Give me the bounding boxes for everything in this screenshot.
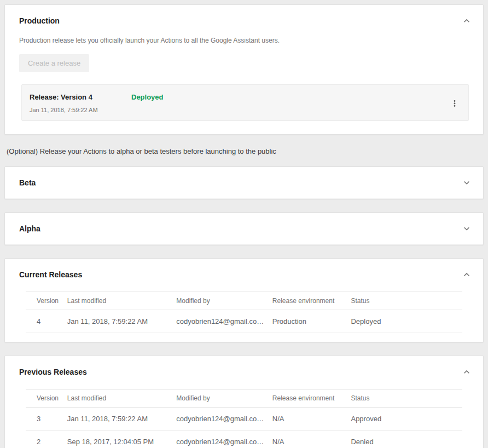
- cell-status: Approved: [351, 408, 462, 430]
- column-header-last-modified: Last modified: [67, 389, 177, 408]
- release-date: Jan 11, 2018, 7:59:22 AM: [30, 107, 131, 113]
- cell-modified-by: codyobrien124@gmail.co…: [176, 310, 272, 333]
- table-row: 4 Jan 11, 2018, 7:59:22 AM codyobrien124…: [26, 310, 462, 333]
- previous-releases-table-wrap: Version Last modified Modified by Releas…: [5, 388, 483, 448]
- current-releases-card: Current Releases Version Last modified M…: [4, 258, 484, 342]
- spacer: [4, 342, 484, 356]
- column-header-version: Version: [26, 292, 67, 310]
- release-more-menu-button[interactable]: [448, 96, 462, 110]
- beta-card-header[interactable]: Beta: [5, 167, 483, 199]
- production-title: Production: [19, 16, 60, 25]
- production-body: Production release lets you officially l…: [5, 37, 483, 134]
- cell-version: 3: [26, 408, 67, 430]
- release-title: Release: Version 4: [30, 93, 131, 101]
- cell-release-environment: N/A: [272, 430, 351, 448]
- table-header-row: Version Last modified Modified by Releas…: [26, 389, 462, 408]
- current-releases-header[interactable]: Current Releases: [5, 259, 483, 290]
- alpha-card-header[interactable]: Alpha: [5, 213, 483, 245]
- beta-card: Beta: [4, 166, 484, 199]
- cell-last-modified: Jan 11, 2018, 7:59:22 AM: [67, 310, 177, 333]
- cell-release-environment: N/A: [272, 408, 351, 430]
- current-releases-title: Current Releases: [19, 270, 82, 279]
- cell-status: Denied: [351, 430, 462, 448]
- table-row: 3 Jan 11, 2018, 7:59:22 AM codyobrien124…: [26, 408, 462, 430]
- current-releases-table-wrap: Version Last modified Modified by Releas…: [5, 290, 483, 342]
- chevron-down-icon: [461, 182, 472, 190]
- chevron-down-icon: [461, 228, 472, 236]
- column-header-status: Status: [351, 292, 462, 310]
- release-info: Release: Version 4 Jan 11, 2018, 7:59:22…: [30, 93, 131, 113]
- releases-page: Production Production release lets you o…: [0, 0, 488, 448]
- previous-releases-table: Version Last modified Modified by Releas…: [26, 389, 462, 448]
- collapse-previous-releases-button[interactable]: [460, 365, 473, 379]
- column-header-last-modified: Last modified: [67, 292, 177, 310]
- spacer: [4, 245, 484, 258]
- column-header-modified-by: Modified by: [176, 292, 272, 310]
- current-releases-table: Version Last modified Modified by Releas…: [26, 292, 462, 333]
- table-header-row: Version Last modified Modified by Releas…: [26, 292, 462, 310]
- column-header-modified-by: Modified by: [176, 389, 272, 408]
- optional-note: (Optional) Release your Actions to alpha…: [4, 135, 484, 166]
- alpha-title: Alpha: [19, 224, 40, 233]
- create-release-button[interactable]: Create a release: [19, 54, 89, 72]
- expand-alpha-button[interactable]: [460, 222, 473, 235]
- chevron-up-icon: [461, 20, 472, 28]
- production-card: Production Production release lets you o…: [4, 4, 484, 135]
- previous-releases-header[interactable]: Previous Releases: [5, 356, 483, 388]
- previous-releases-card: Previous Releases Version Last modified …: [4, 356, 484, 448]
- cell-modified-by: codyobrien124@gmail.co…: [176, 430, 272, 448]
- column-header-version: Version: [26, 389, 67, 408]
- production-card-header[interactable]: Production: [5, 5, 483, 37]
- collapse-current-releases-button[interactable]: [460, 268, 473, 281]
- cell-modified-by: codyobrien124@gmail.co…: [176, 408, 272, 430]
- cell-version: 4: [26, 310, 67, 333]
- column-header-release-environment: Release environment: [272, 292, 351, 310]
- expand-beta-button[interactable]: [460, 176, 473, 189]
- column-header-release-environment: Release environment: [272, 389, 351, 408]
- cell-last-modified: Jan 11, 2018, 7:59:22 AM: [67, 408, 177, 430]
- production-release-row: Release: Version 4 Jan 11, 2018, 7:59:22…: [21, 84, 469, 121]
- chevron-up-icon: [461, 274, 472, 282]
- table-row: 2 Sep 18, 2017, 12:04:05 PM codyobrien12…: [26, 430, 462, 448]
- spacer: [4, 199, 484, 212]
- cell-last-modified: Sep 18, 2017, 12:04:05 PM: [67, 430, 177, 448]
- cell-status: Deployed: [351, 310, 462, 333]
- column-header-status: Status: [351, 389, 462, 408]
- more-vert-icon: [450, 102, 460, 110]
- chevron-up-icon: [461, 371, 472, 379]
- alpha-card: Alpha: [4, 212, 484, 245]
- beta-title: Beta: [19, 178, 36, 187]
- production-description: Production release lets you officially l…: [19, 37, 469, 44]
- release-status-badge: Deployed: [131, 93, 164, 101]
- collapse-production-button[interactable]: [460, 14, 473, 27]
- previous-releases-title: Previous Releases: [19, 368, 87, 376]
- cell-version: 2: [26, 430, 67, 448]
- cell-release-environment: Production: [272, 310, 351, 333]
